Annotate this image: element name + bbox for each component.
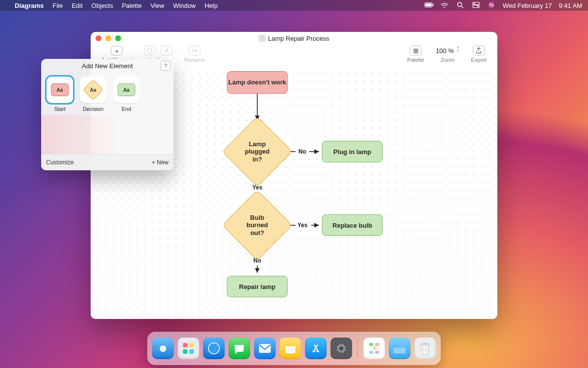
titlebar[interactable]: Lamp Repair Process bbox=[91, 32, 497, 45]
svg-point-8 bbox=[477, 5, 478, 7]
element-option-start[interactable]: Aa Start bbox=[46, 77, 74, 112]
menu-window[interactable]: Window bbox=[173, 2, 196, 9]
menu-objects[interactable]: Objects bbox=[92, 2, 113, 9]
svg-rect-2 bbox=[433, 4, 434, 6]
svg-rect-45 bbox=[375, 343, 379, 346]
svg-rect-5 bbox=[472, 2, 479, 4]
svg-rect-21 bbox=[183, 349, 188, 354]
dock-safari-icon[interactable] bbox=[203, 338, 225, 359]
node-end-repair[interactable]: Repair lamp bbox=[227, 276, 288, 297]
start-shape-icon: Aa bbox=[51, 83, 69, 96]
menubar-date[interactable]: Wed February 17 bbox=[503, 2, 552, 9]
edge-label-no-1: No bbox=[298, 148, 306, 155]
node-end-replace-label: Replace bulb bbox=[333, 222, 372, 229]
toolbar-palette[interactable]: ▦ Palette bbox=[401, 45, 430, 63]
menu-view[interactable]: View bbox=[150, 2, 164, 9]
toolbar-zoom[interactable]: 100 % ˄˅ Zoom bbox=[430, 45, 465, 63]
toolbar-export[interactable]: Export bbox=[465, 45, 492, 63]
popover-help-button[interactable]: ? bbox=[161, 61, 171, 71]
svg-line-43 bbox=[344, 344, 346, 345]
window-zoom-button[interactable] bbox=[115, 35, 121, 41]
dock-messages-icon[interactable] bbox=[229, 338, 250, 359]
node-end-repair-label: Repair lamp bbox=[239, 283, 275, 290]
node-end-plugin[interactable]: Plug in lamp bbox=[322, 141, 383, 162]
add-element-popover: Add New Element ? Aa Start Aa Decision A… bbox=[41, 59, 173, 170]
svg-rect-7 bbox=[472, 5, 479, 7]
node-start[interactable]: Lamp doesn't work bbox=[227, 71, 288, 94]
toolbar-rename: Aa Rename bbox=[178, 45, 211, 63]
svg-rect-46 bbox=[373, 346, 376, 350]
svg-rect-19 bbox=[183, 343, 188, 347]
toolbar-palette-label: Palette bbox=[407, 57, 424, 63]
svg-point-50 bbox=[421, 343, 429, 346]
svg-rect-47 bbox=[369, 351, 373, 354]
dock-separator bbox=[358, 338, 358, 359]
palette-icon: ▦ bbox=[410, 46, 421, 55]
control-center-icon[interactable] bbox=[471, 2, 480, 9]
dock-settings-icon[interactable] bbox=[331, 338, 352, 359]
battery-status-icon[interactable] bbox=[424, 2, 433, 9]
menubar-time[interactable]: 9:41 AM bbox=[559, 2, 582, 9]
element-option-decision-label: Decision bbox=[83, 106, 103, 112]
toolbar-rename-label: Rename bbox=[184, 57, 205, 63]
shape-icon: ▢ bbox=[144, 46, 156, 55]
spotlight-icon[interactable] bbox=[456, 1, 465, 10]
dock-diagrams-app-icon[interactable] bbox=[364, 338, 385, 359]
svg-line-42 bbox=[337, 351, 339, 353]
popover-title: Add New Element ? bbox=[41, 59, 173, 73]
element-option-start-label: Start bbox=[54, 106, 65, 112]
rename-icon: Aa bbox=[189, 46, 200, 55]
node-decision-plugged-label: Lamp plugged in? bbox=[232, 127, 282, 177]
arrow-icon: ↗ bbox=[161, 46, 172, 55]
element-option-end-label: End bbox=[122, 106, 131, 112]
window-minimize-button[interactable] bbox=[105, 35, 111, 41]
popover-new-button[interactable]: + New bbox=[152, 159, 169, 166]
node-end-replace[interactable]: Replace bulb bbox=[322, 214, 383, 236]
menubar: Diagrams File Edit Objects Palette View … bbox=[0, 0, 588, 11]
svg-rect-49 bbox=[394, 347, 406, 353]
end-shape-icon: Aa bbox=[118, 83, 135, 96]
dock: ☻ bbox=[147, 332, 441, 365]
popover-spacer bbox=[41, 115, 173, 154]
dock-mail-icon[interactable] bbox=[254, 338, 276, 359]
element-option-decision[interactable]: Aa Decision bbox=[79, 77, 107, 112]
menu-help[interactable]: Help bbox=[204, 2, 218, 9]
edge-label-no-2: No bbox=[253, 257, 261, 264]
decision-shape-icon: Aa bbox=[83, 79, 103, 100]
svg-rect-20 bbox=[190, 343, 194, 347]
window-close-button[interactable] bbox=[96, 35, 101, 41]
dock-appstore-icon[interactable] bbox=[305, 338, 327, 359]
wifi-status-icon[interactable] bbox=[440, 2, 449, 9]
element-option-end[interactable]: Aa End bbox=[113, 77, 140, 112]
siri-icon[interactable] bbox=[487, 1, 496, 10]
app-menu[interactable]: Diagrams bbox=[15, 2, 44, 9]
node-start-label: Lamp doesn't work bbox=[228, 79, 286, 86]
export-icon bbox=[473, 46, 485, 55]
dock-finder-icon[interactable]: ☻ bbox=[152, 338, 174, 359]
dock-files-icon[interactable] bbox=[389, 338, 411, 359]
node-decision-plugged[interactable]: Lamp plugged in? bbox=[232, 127, 282, 177]
menu-edit[interactable]: Edit bbox=[72, 2, 82, 9]
svg-point-6 bbox=[473, 2, 475, 4]
svg-rect-1 bbox=[425, 3, 432, 6]
svg-line-41 bbox=[344, 351, 346, 353]
dock-trash-icon[interactable] bbox=[415, 338, 436, 359]
document-icon bbox=[259, 35, 266, 42]
svg-rect-31 bbox=[286, 343, 295, 346]
svg-point-35 bbox=[340, 346, 343, 350]
zoom-stepper-icon[interactable]: ˄˅ bbox=[457, 47, 459, 54]
svg-rect-48 bbox=[375, 351, 379, 354]
svg-line-40 bbox=[337, 344, 339, 345]
popover-customize-button[interactable]: Customize bbox=[46, 159, 74, 166]
menu-palette[interactable]: Palette bbox=[122, 2, 142, 9]
edge-label-yes-1: Yes bbox=[252, 184, 263, 191]
dock-notes-icon[interactable] bbox=[280, 338, 301, 359]
svg-rect-44 bbox=[369, 343, 373, 346]
zoom-value: 100 % bbox=[436, 47, 454, 54]
dock-launchpad-icon[interactable] bbox=[178, 338, 199, 359]
menu-file[interactable]: File bbox=[52, 2, 63, 9]
node-decision-bulb[interactable]: Bulb burned out? bbox=[232, 200, 282, 250]
toolbar-export-label: Export bbox=[471, 57, 487, 63]
toolbar-zoom-label: Zoom bbox=[441, 57, 454, 63]
desktop: Diagrams File Edit Objects Palette View … bbox=[0, 0, 588, 368]
